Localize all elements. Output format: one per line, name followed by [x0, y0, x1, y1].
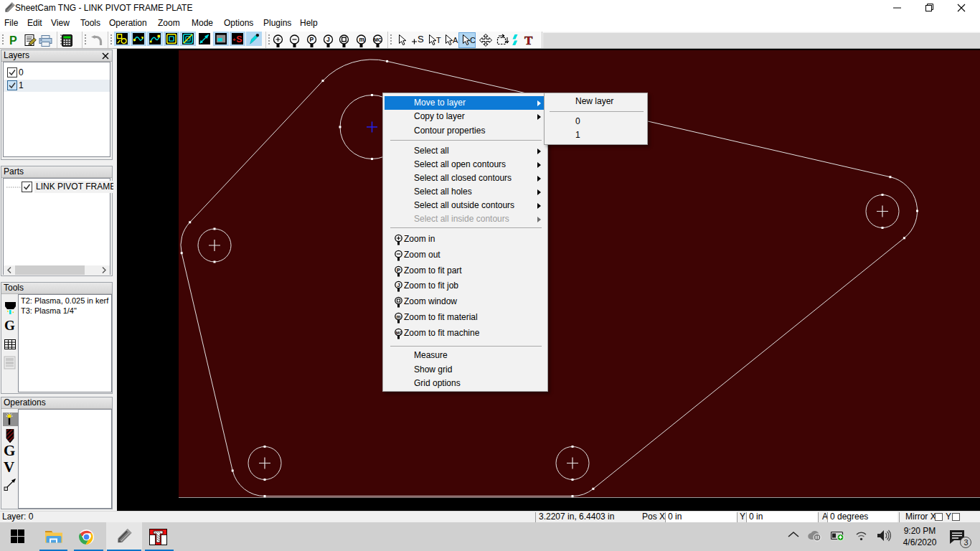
svg-text:J: J	[326, 36, 330, 43]
svg-text:T: T	[436, 36, 441, 44]
svg-text:J: J	[397, 282, 400, 288]
svg-text:m: m	[397, 314, 401, 319]
svg-text:P: P	[310, 36, 314, 43]
svg-text:3: 3	[964, 538, 969, 547]
svg-text:A: A	[453, 36, 458, 44]
svg-text:m: m	[359, 36, 365, 43]
svg-text:P: P	[397, 267, 400, 273]
svg-text:C: C	[470, 36, 476, 44]
svg-text:MC: MC	[374, 37, 382, 42]
svg-text:S: S	[418, 34, 424, 44]
svg-text:S: S	[236, 34, 242, 44]
svg-text:T: T	[524, 34, 533, 47]
svg-text:MC: MC	[396, 330, 402, 334]
svg-text:+: +	[232, 37, 236, 43]
